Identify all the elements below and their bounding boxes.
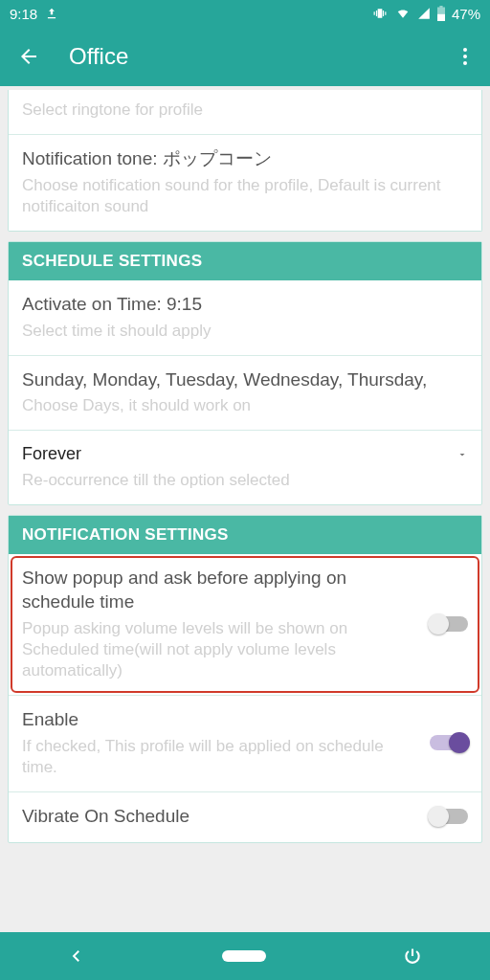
vibrate-toggle[interactable]: [430, 809, 468, 824]
recurrence-row[interactable]: Forever Re-occurrence till the option se…: [9, 430, 481, 503]
vibrate-icon: [371, 7, 389, 20]
ringtone-subtitle: Select ringtone for profile: [22, 100, 468, 121]
chevron-down-icon: [457, 449, 468, 460]
notification-tone-subtitle: Choose notification sound for the profil…: [22, 175, 468, 217]
vibrate-title: Vibrate On Schedule: [22, 804, 420, 829]
recurrence-subtitle: Re-occurrence till the option selected: [22, 470, 468, 491]
nav-power-icon[interactable]: [403, 947, 422, 966]
activate-time-title: Activate on Time: 9:15: [22, 292, 468, 317]
back-icon[interactable]: [17, 45, 40, 68]
upload-icon: [45, 7, 58, 20]
activate-time-subtitle: Select time it should apply: [22, 321, 468, 342]
notification-header: NOTIFICATION SETTINGS: [9, 516, 481, 554]
schedule-card: SCHEDULE SETTINGS Activate on Time: 9:15…: [8, 241, 482, 505]
battery-icon: [436, 6, 446, 21]
vibrate-row[interactable]: Vibrate On Schedule: [9, 791, 481, 842]
notification-tone-row[interactable]: Notification tone: ポップコーン Choose notific…: [9, 134, 481, 231]
enable-title: Enable: [22, 707, 420, 732]
nav-home-button[interactable]: [222, 950, 266, 962]
recurrence-value: Forever: [22, 442, 449, 465]
svg-point-2: [463, 61, 467, 65]
show-popup-title: Show popup and ask before applying on sc…: [22, 566, 420, 614]
overflow-menu-icon[interactable]: [454, 45, 477, 68]
enable-toggle[interactable]: [430, 735, 468, 750]
notification-tone-title: Notification tone: ポップコーン: [22, 146, 468, 171]
show-popup-subtitle: Popup asking volume levels will be shown…: [22, 618, 420, 681]
days-title: Sunday, Monday, Tuesday, Wednesday, Thur…: [22, 368, 468, 392]
tones-card: Select ringtone for profile Notification…: [8, 90, 482, 232]
notification-card: NOTIFICATION SETTINGS Show popup and ask…: [8, 515, 482, 843]
schedule-header: SCHEDULE SETTINGS: [9, 242, 481, 280]
enable-subtitle: If checked, This profile will be applied…: [22, 736, 420, 778]
days-row[interactable]: Sunday, Monday, Tuesday, Wednesday, Thur…: [9, 355, 481, 431]
navigation-bar: [0, 932, 490, 980]
signal-icon: [417, 7, 431, 20]
battery-percent: 47%: [452, 6, 480, 22]
svg-point-1: [463, 55, 467, 58]
show-popup-toggle[interactable]: [430, 616, 468, 632]
status-time: 9:18: [10, 6, 37, 22]
app-bar: Office: [0, 27, 490, 86]
page-title: Office: [69, 43, 128, 70]
days-subtitle: Choose Days, it should work on: [22, 395, 468, 416]
show-popup-row[interactable]: Show popup and ask before applying on sc…: [9, 554, 481, 696]
wifi-icon: [394, 7, 412, 20]
nav-back-icon[interactable]: [68, 947, 85, 965]
activate-time-row[interactable]: Activate on Time: 9:15 Select time it sh…: [9, 280, 481, 355]
svg-point-0: [463, 48, 467, 52]
status-bar: 9:18 47%: [0, 0, 490, 27]
enable-row[interactable]: Enable If checked, This profile will be …: [9, 695, 481, 791]
ringtone-row[interactable]: Select ringtone for profile: [9, 90, 481, 134]
